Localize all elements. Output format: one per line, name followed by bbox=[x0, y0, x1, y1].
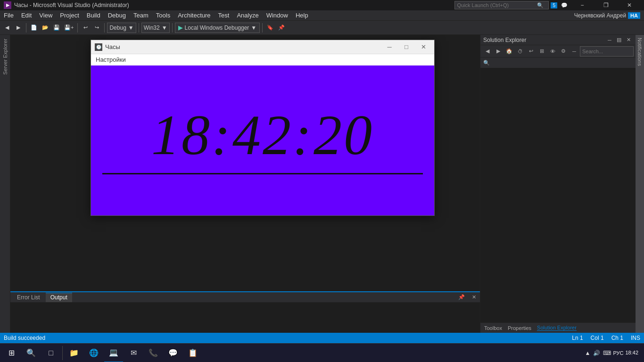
menu-team[interactable]: Team bbox=[130, 10, 152, 21]
back-button[interactable]: ◀ bbox=[2, 22, 12, 33]
system-time: 18:42 bbox=[625, 349, 638, 356]
tray-volume-icon: 🔊 bbox=[592, 349, 601, 357]
se-pin-button[interactable]: ─ bbox=[605, 36, 614, 44]
debug-mode-dropdown[interactable]: Debug ▼ bbox=[107, 23, 136, 33]
taskbar-separator bbox=[62, 346, 63, 360]
taskbar-right: ▲ 🔊 ⌨ РУС 18:42 bbox=[584, 349, 642, 357]
restore-button[interactable]: ❐ bbox=[595, 0, 617, 10]
se-close-button[interactable]: ✕ bbox=[624, 36, 633, 44]
app-root: ▶ Часы - Microsoft Visual Studio (Admini… bbox=[0, 0, 644, 362]
language-indicator[interactable]: РУС bbox=[613, 350, 623, 356]
menu-file[interactable]: File bbox=[0, 10, 17, 21]
taskbar-file-explorer[interactable]: 📁 bbox=[65, 344, 83, 362]
user-area: Чернявский Андрей НА bbox=[570, 12, 644, 19]
status-ch: Ch 1 bbox=[611, 335, 623, 341]
toolbox-tab[interactable]: Toolbox bbox=[484, 325, 502, 331]
taskbar-taskview-icon: □ bbox=[49, 349, 53, 357]
solution-explorer-content: 🔍 bbox=[480, 58, 636, 322]
menu-window[interactable]: Window bbox=[263, 10, 292, 21]
server-explorer-tab[interactable]: Server Explorer bbox=[1, 37, 9, 76]
status-col: Col 1 bbox=[591, 335, 604, 341]
output-panel-close-button[interactable]: ✕ bbox=[470, 293, 478, 302]
tray-network-icon: ▲ bbox=[584, 349, 592, 357]
se-dock-button[interactable]: ▤ bbox=[615, 36, 623, 44]
taskbar-calendar-icon: 📋 bbox=[188, 348, 198, 357]
toolbar-separator-5 bbox=[172, 23, 173, 33]
quick-launch-input[interactable] bbox=[455, 2, 535, 8]
se-settings-btn[interactable]: ⚙ bbox=[558, 46, 569, 57]
taskbar-mail[interactable]: ✉ bbox=[124, 344, 143, 362]
status-right: Ln 1 Col 1 Ch 1 INS bbox=[572, 335, 640, 341]
se-refresh-btn[interactable]: ⏱ bbox=[515, 46, 525, 57]
menu-tools[interactable]: Tools bbox=[152, 10, 174, 21]
se-collapse-btn[interactable]: ↩ bbox=[526, 46, 536, 57]
menu-edit[interactable]: Edit bbox=[17, 10, 35, 21]
menu-test[interactable]: Test bbox=[215, 10, 233, 21]
clock-app-icon: 🕐 bbox=[95, 43, 102, 51]
user-badge: НА bbox=[628, 12, 640, 19]
taskbar-chat[interactable]: 💬 bbox=[164, 344, 182, 362]
tray-icons: ▲ 🔊 ⌨ РУС bbox=[584, 349, 624, 357]
clock-settings-menu[interactable]: Настройки bbox=[91, 54, 131, 66]
redo-button[interactable]: ↪ bbox=[91, 22, 102, 33]
output-tab[interactable]: Output bbox=[46, 293, 72, 302]
taskbar-skype-icon: 📞 bbox=[149, 348, 158, 357]
toolbar-separator-1 bbox=[26, 23, 26, 33]
se-search-input[interactable] bbox=[582, 49, 631, 54]
minimize-button[interactable]: − bbox=[571, 0, 593, 10]
system-clock[interactable]: 18:42 bbox=[625, 349, 638, 356]
taskbar-vs-icon: 💻 bbox=[109, 348, 118, 357]
taskbar: ⊞ 🔍 □ 📁 🌐 💻 ✉ 📞 💬 📋 bbox=[0, 343, 644, 362]
se-back-btn[interactable]: ◀ bbox=[482, 46, 493, 57]
properties-tab[interactable]: Properties bbox=[508, 325, 531, 331]
menu-analyze[interactable]: Analyze bbox=[233, 10, 262, 21]
taskbar-search[interactable]: 🔍 bbox=[22, 344, 41, 362]
menu-project[interactable]: Project bbox=[56, 10, 83, 21]
run-debugger-button[interactable]: ▶ Local Windows Debugger ▼ bbox=[175, 23, 260, 33]
clock-minimize-button[interactable]: ─ bbox=[382, 41, 396, 53]
se-pin2-btn[interactable]: ─ bbox=[569, 46, 579, 57]
pin-button[interactable]: 📌 bbox=[276, 22, 287, 33]
quick-launch-search-icon: 🔍 bbox=[535, 2, 545, 8]
error-list-tab[interactable]: Error List bbox=[12, 293, 45, 302]
se-forward-btn[interactable]: ▶ bbox=[493, 46, 504, 57]
output-panel-pin-button[interactable]: 📌 bbox=[457, 293, 466, 302]
forward-button[interactable]: ▶ bbox=[13, 22, 24, 33]
new-file-button[interactable]: 📄 bbox=[29, 22, 39, 33]
solution-explorer-tab-btn[interactable]: Solution Explorer bbox=[537, 325, 577, 331]
open-file-button[interactable]: 📂 bbox=[40, 22, 50, 33]
menu-debug[interactable]: Debug bbox=[104, 10, 130, 21]
taskbar-mail-icon: ✉ bbox=[131, 348, 137, 357]
toolbar-separator-4 bbox=[139, 23, 139, 33]
menu-build[interactable]: Build bbox=[83, 10, 104, 21]
close-button[interactable]: ✕ bbox=[619, 0, 640, 10]
platform-dropdown[interactable]: Win32 ▼ bbox=[141, 23, 170, 33]
quick-launch-box[interactable]: 🔍 bbox=[454, 1, 549, 9]
menu-view[interactable]: View bbox=[35, 10, 56, 21]
taskbar-task-view[interactable]: □ bbox=[41, 344, 60, 362]
taskbar-calendar[interactable]: 📋 bbox=[183, 344, 202, 362]
undo-button[interactable]: ↩ bbox=[80, 22, 91, 33]
clock-restore-button[interactable]: □ bbox=[399, 41, 413, 53]
taskbar-skype[interactable]: 📞 bbox=[144, 344, 163, 362]
menu-architecture[interactable]: Architecture bbox=[174, 10, 214, 21]
tray-keyboard-icon: ⌨ bbox=[602, 349, 612, 357]
se-view-btn[interactable]: 👁 bbox=[547, 46, 558, 57]
save-button[interactable]: 💾 bbox=[51, 22, 62, 33]
se-search-box[interactable] bbox=[580, 46, 634, 57]
se-home-btn[interactable]: 🏠 bbox=[504, 46, 514, 57]
right-sidebar: Notifications bbox=[636, 35, 644, 333]
notifications-tab[interactable]: Notifications bbox=[636, 35, 644, 69]
taskbar-chrome[interactable]: 🌐 bbox=[84, 344, 103, 362]
user-name: Чернявский Андрей bbox=[574, 12, 626, 19]
clock-close-button[interactable]: ✕ bbox=[416, 41, 430, 53]
bookmark-button[interactable]: 🔖 bbox=[265, 22, 275, 33]
clock-app-window[interactable]: 🕐 Часы ─ □ ✕ Настройки 18:42:20 bbox=[91, 40, 435, 216]
notification-count-badge[interactable]: 5 bbox=[551, 2, 557, 8]
menu-help[interactable]: Help bbox=[292, 10, 312, 21]
start-button[interactable]: ⊞ bbox=[2, 344, 21, 362]
taskbar-vs[interactable]: 💻 bbox=[104, 344, 123, 362]
feedback-icon[interactable]: 💬 bbox=[559, 0, 570, 11]
save-all-button[interactable]: 💾+ bbox=[63, 22, 75, 33]
se-properties-btn[interactable]: ⊞ bbox=[537, 46, 547, 57]
